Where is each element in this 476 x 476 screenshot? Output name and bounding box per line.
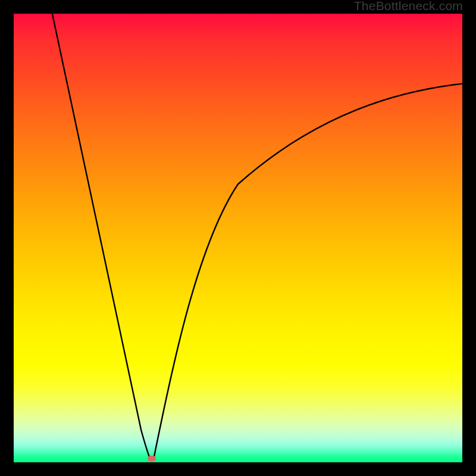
watermark-text: TheBottleneck.com bbox=[354, 0, 463, 13]
dip-marker bbox=[148, 456, 156, 462]
bottleneck-curve bbox=[14, 14, 462, 462]
plot-area bbox=[14, 14, 462, 462]
chart-frame: TheBottleneck.com bbox=[0, 0, 476, 476]
